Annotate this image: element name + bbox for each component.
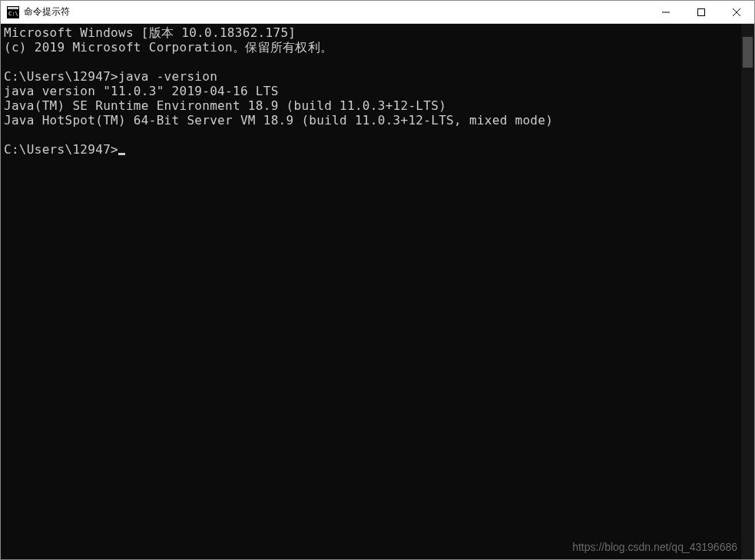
maximize-icon [697, 8, 705, 16]
minimize-button[interactable] [648, 1, 684, 23]
output-line: C:\Users\12947>java -version [4, 69, 217, 84]
terminal-container: Microsoft Windows [版本 10.0.18362.175] (c… [1, 24, 754, 559]
command-prompt-window: C:\ 命令提示符 Microsoft Wind [0, 0, 755, 560]
output-line: Java HotSpot(TM) 64-Bit Server VM 18.9 (… [4, 113, 553, 128]
cursor [118, 153, 125, 155]
scrollbar-thumb[interactable] [743, 37, 753, 68]
output-line: Microsoft Windows [版本 10.0.18362.175] [4, 25, 296, 40]
maximize-button[interactable] [684, 1, 719, 23]
svg-rect-1 [8, 7, 18, 9]
output-line: java version "11.0.3" 2019-04-16 LTS [4, 84, 279, 98]
cmd-icon: C:\ [7, 6, 19, 18]
output-line: (c) 2019 Microsoft Corporation。保留所有权利。 [4, 40, 333, 55]
output-line: Java(TM) SE Runtime Environment 18.9 (bu… [4, 98, 446, 113]
close-icon [733, 8, 740, 16]
titlebar[interactable]: C:\ 命令提示符 [1, 1, 754, 24]
window-title: 命令提示符 [24, 5, 648, 18]
window-controls [648, 1, 754, 23]
close-button[interactable] [719, 1, 754, 23]
minimize-icon [662, 8, 670, 16]
vertical-scrollbar[interactable] [741, 24, 754, 559]
watermark-text: https://blog.csdn.net/qq_43196686 [572, 541, 737, 553]
svg-rect-5 [698, 8, 705, 15]
terminal-output[interactable]: Microsoft Windows [版本 10.0.18362.175] (c… [1, 24, 741, 559]
prompt: C:\Users\12947> [4, 142, 118, 157]
svg-text:C:\: C:\ [8, 11, 18, 17]
